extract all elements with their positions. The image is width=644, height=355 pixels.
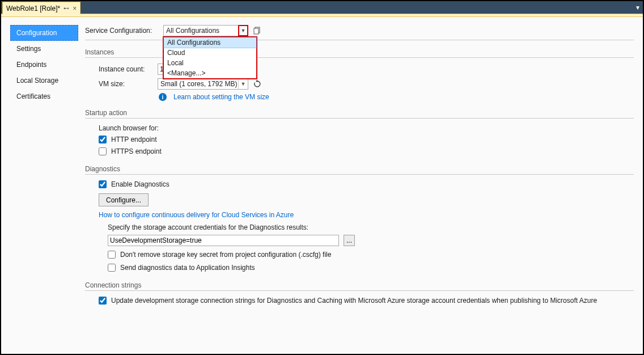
- specify-storage-label: Specify the storage account credentials …: [108, 223, 308, 231]
- http-endpoint-checkbox-input[interactable]: [99, 136, 107, 143]
- service-configuration-label: Service Configuration:: [85, 27, 152, 35]
- https-endpoint-checkbox-label: HTTPS endpoint: [111, 147, 162, 155]
- section-title-connection-strings: Connection strings: [85, 281, 634, 289]
- chevron-down-icon[interactable]: ▼: [238, 79, 248, 89]
- tab-overflow-dropdown-icon[interactable]: ▼: [633, 1, 643, 14]
- copy-config-icon[interactable]: [253, 26, 262, 35]
- update-connection-strings-checkbox-input[interactable]: [99, 297, 107, 305]
- section-title-startup: Startup action: [85, 109, 634, 117]
- nav-item-certificates[interactable]: Certificates: [10, 88, 78, 104]
- nav-item-configuration[interactable]: Configuration: [10, 25, 78, 41]
- chevron-down-icon[interactable]: ▼: [238, 25, 248, 36]
- browse-storage-button[interactable]: ...: [344, 235, 355, 246]
- vm-size-dropdown[interactable]: Small (1 cores, 1792 MB) ▼: [158, 78, 248, 90]
- dont-remove-key-checkbox[interactable]: Don't remove storage key secret from pro…: [108, 251, 331, 259]
- learn-vm-size-link[interactable]: Learn about setting the VM size: [173, 93, 269, 101]
- vm-size-selected: Small (1 cores, 1792 MB): [158, 80, 238, 88]
- nav-item-settings[interactable]: Settings: [10, 41, 78, 57]
- https-endpoint-checkbox-input[interactable]: [99, 147, 107, 155]
- service-config-option-all[interactable]: All Configurations: [164, 37, 256, 48]
- section-title-diagnostics: Diagnostics: [85, 165, 634, 173]
- service-config-option-cloud[interactable]: Cloud: [164, 48, 256, 58]
- send-app-insights-checkbox-input[interactable]: [108, 264, 116, 272]
- refresh-icon[interactable]: [253, 79, 262, 88]
- howto-continuous-delivery-link[interactable]: How to configure continuous delivery for…: [99, 211, 294, 219]
- close-icon[interactable]: ×: [73, 5, 77, 12]
- http-endpoint-checkbox[interactable]: HTTP endpoint: [99, 136, 157, 143]
- launch-browser-for-label: Launch browser for:: [99, 124, 159, 132]
- dont-remove-key-checkbox-input[interactable]: [108, 251, 116, 259]
- instance-count-label: Instance count:: [99, 65, 153, 73]
- document-tab-webrole[interactable]: WebRole1 [Role]* ⊷ ×: [2, 2, 80, 14]
- diagnostics-storage-input[interactable]: [108, 235, 339, 246]
- configure-diagnostics-button[interactable]: Configure...: [99, 193, 149, 206]
- update-connection-strings-checkbox-label: Update development storage connection st…: [111, 297, 597, 305]
- pin-icon[interactable]: ⊷: [63, 5, 69, 11]
- enable-diagnostics-checkbox[interactable]: Enable Diagnostics: [99, 180, 170, 188]
- service-configuration-selected: All Configurations: [164, 27, 238, 35]
- https-endpoint-checkbox[interactable]: HTTPS endpoint: [99, 147, 162, 155]
- send-app-insights-checkbox[interactable]: Send diagnostics data to Application Ins…: [108, 264, 255, 272]
- enable-diagnostics-checkbox-input[interactable]: [99, 180, 107, 188]
- vm-size-label: VM size:: [99, 80, 153, 88]
- service-config-option-local[interactable]: Local: [164, 58, 256, 68]
- enable-diagnostics-checkbox-label: Enable Diagnostics: [111, 180, 170, 188]
- service-configuration-dropdown-list: All Configurations Cloud Local <Manage..…: [163, 36, 257, 79]
- dont-remove-key-checkbox-label: Don't remove storage key secret from pro…: [120, 251, 331, 259]
- service-configuration-dropdown[interactable]: All Configurations ▼: [163, 25, 248, 36]
- send-app-insights-checkbox-label: Send diagnostics data to Application Ins…: [120, 264, 255, 272]
- nav-item-local-storage[interactable]: Local Storage: [10, 73, 78, 88]
- service-config-option-manage[interactable]: <Manage...>: [164, 68, 256, 78]
- info-icon: i: [159, 93, 167, 101]
- update-connection-strings-checkbox[interactable]: Update development storage connection st…: [99, 297, 597, 305]
- http-endpoint-checkbox-label: HTTP endpoint: [111, 136, 157, 143]
- document-tab-title: WebRole1 [Role]*: [6, 5, 60, 12]
- svg-rect-1: [254, 28, 259, 34]
- nav-item-endpoints[interactable]: Endpoints: [10, 57, 78, 73]
- left-nav: Configuration Settings Endpoints Local S…: [10, 25, 78, 348]
- document-tabstrip: WebRole1 [Role]* ⊷ × ▼: [1, 1, 643, 14]
